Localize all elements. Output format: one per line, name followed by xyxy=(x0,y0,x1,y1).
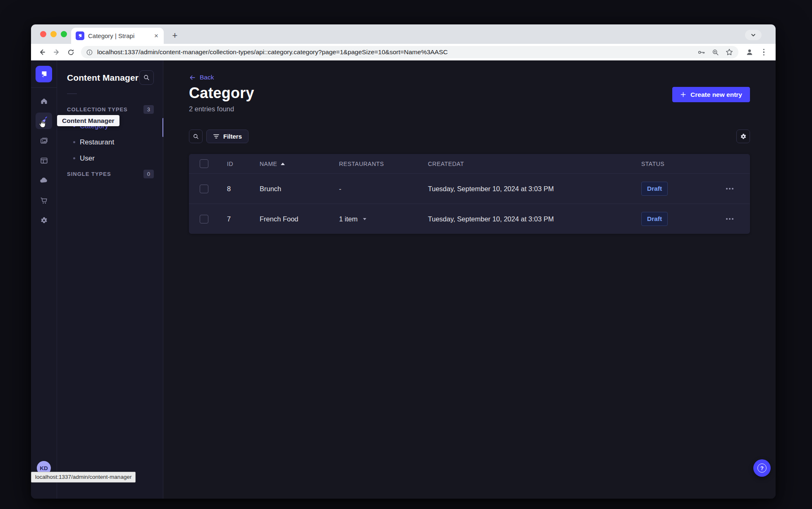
url-bar[interactable]: localhost:1337/admin/content-manager/col… xyxy=(81,46,738,58)
column-header-id[interactable]: ID xyxy=(219,161,248,167)
back-icon[interactable] xyxy=(35,46,49,59)
cell-id: 8 xyxy=(219,185,248,193)
table-row[interactable]: 7 French Food 1 item Tuesday, September … xyxy=(189,204,750,234)
bookmark-star-icon[interactable] xyxy=(725,48,733,56)
table-row[interactable]: 8 Brunch - Tuesday, September 10, 2024 a… xyxy=(189,173,750,204)
caret-down-icon xyxy=(363,218,366,220)
help-button[interactable]: ? xyxy=(753,459,771,477)
section-label: COLLECTION TYPES xyxy=(67,106,128,113)
media-library-icon[interactable] xyxy=(36,132,52,149)
browser-toolbar: localhost:1337/admin/content-manager/col… xyxy=(31,44,776,60)
rail-divider xyxy=(31,87,57,88)
sidebar-item-restaurant[interactable]: Restaurant xyxy=(67,134,154,150)
chevron-down-icon xyxy=(750,32,756,38)
main-content: Back Category Create new entry 2 entries… xyxy=(163,60,776,499)
table-search-button[interactable] xyxy=(189,130,203,143)
column-header-status[interactable]: STATUS xyxy=(632,161,716,167)
filter-icon xyxy=(213,134,220,139)
hand-cursor-icon xyxy=(37,118,48,129)
window-close-button[interactable] xyxy=(40,31,46,37)
profile-icon[interactable] xyxy=(743,46,756,59)
reload-icon[interactable] xyxy=(64,46,78,59)
entries-table: ID NAME RESTAURANTS CREATEDAT STATUS 8 B… xyxy=(189,154,750,234)
cell-id: 7 xyxy=(219,215,248,223)
cell-name: Brunch xyxy=(248,185,330,193)
panel-search-button[interactable] xyxy=(139,70,154,85)
strapi-favicon-icon xyxy=(76,31,84,40)
select-all-checkbox[interactable] xyxy=(200,159,208,168)
panel-divider xyxy=(67,94,77,94)
plus-icon xyxy=(680,91,686,98)
table-header-row: ID NAME RESTAURANTS CREATEDAT STATUS xyxy=(189,154,750,173)
row-checkbox[interactable] xyxy=(200,185,208,193)
url-text[interactable]: localhost:1337/admin/content-manager/col… xyxy=(97,48,693,56)
back-arrow-icon xyxy=(189,74,196,81)
page-title: Category xyxy=(189,84,254,102)
bullet-icon xyxy=(73,141,75,143)
browser-menu-icon[interactable] xyxy=(757,46,771,59)
cell-createdat: Tuesday, September 10, 2024 at 3:03 PM xyxy=(419,215,632,223)
status-badge: Draft xyxy=(641,212,668,226)
column-header-createdat[interactable]: CREATEDAT xyxy=(419,161,632,167)
forward-icon[interactable] xyxy=(50,46,63,59)
single-types-section: SINGLE TYPES 0 xyxy=(57,170,163,178)
row-menu-icon[interactable] xyxy=(725,185,734,192)
cell-restaurants: - xyxy=(330,185,419,193)
nav-tooltip: Content Manager xyxy=(57,115,119,126)
password-key-icon[interactable] xyxy=(697,48,706,57)
entries-count: 2 entries found xyxy=(189,105,750,113)
view-settings-button[interactable] xyxy=(736,130,750,143)
strapi-logo-icon[interactable] xyxy=(36,66,52,82)
cloud-icon[interactable] xyxy=(36,172,52,189)
filters-button[interactable]: Filters xyxy=(206,130,248,143)
window-minimize-button[interactable] xyxy=(50,31,57,37)
search-icon xyxy=(143,74,150,81)
column-header-restaurants[interactable]: RESTAURANTS xyxy=(330,161,419,167)
panel-title: Content Manager xyxy=(67,73,139,83)
content-type-builder-icon[interactable] xyxy=(36,152,52,169)
settings-icon[interactable] xyxy=(36,212,52,228)
back-link[interactable]: Back xyxy=(189,74,214,81)
help-icon: ? xyxy=(757,463,767,473)
row-menu-icon[interactable] xyxy=(725,216,734,222)
tab-close-icon[interactable]: × xyxy=(153,32,160,39)
window-zoom-button[interactable] xyxy=(61,31,67,37)
status-bubble: localhost:1337/admin/content-manager xyxy=(31,472,136,483)
zoom-icon[interactable] xyxy=(712,48,719,56)
cell-restaurants-dropdown[interactable]: 1 item xyxy=(330,215,419,223)
tab-strip: Category | Strapi × + xyxy=(31,24,776,44)
home-icon[interactable] xyxy=(36,93,52,109)
tab-search-button[interactable] xyxy=(745,30,762,40)
create-new-entry-button[interactable]: Create new entry xyxy=(672,87,750,102)
tab-title: Category | Strapi xyxy=(88,32,149,39)
row-checkbox[interactable] xyxy=(200,215,208,223)
strapi-app: KD Content Manager COLLECTION TYPES 3 xyxy=(31,60,776,499)
sidebar-item-user[interactable]: User xyxy=(67,150,154,166)
gear-icon xyxy=(740,133,747,140)
search-icon xyxy=(193,133,199,140)
collection-types-section: COLLECTION TYPES 3 Category Restaurant U… xyxy=(57,105,163,166)
desktop: { "browser": { "tab_title": "Category | … xyxy=(0,0,812,509)
urlbar-actions xyxy=(697,48,733,57)
new-tab-button[interactable]: + xyxy=(169,30,181,41)
browser-window: Category | Strapi × + localhost:1337/adm… xyxy=(31,24,776,499)
browser-tab[interactable]: Category | Strapi × xyxy=(71,28,164,44)
bullet-icon xyxy=(73,157,75,159)
section-label: SINGLE TYPES xyxy=(67,171,111,177)
info-icon[interactable] xyxy=(86,49,93,56)
sort-asc-icon xyxy=(281,163,285,165)
column-header-name[interactable]: NAME xyxy=(248,161,330,167)
single-types-count-badge: 0 xyxy=(143,170,154,178)
status-badge: Draft xyxy=(641,182,668,196)
collection-types-count-badge: 3 xyxy=(143,105,154,114)
cell-createdat: Tuesday, September 10, 2024 at 3:03 PM xyxy=(419,185,632,193)
cell-name: French Food xyxy=(248,215,330,223)
traffic-lights xyxy=(40,31,67,37)
marketplace-icon[interactable] xyxy=(36,192,52,209)
